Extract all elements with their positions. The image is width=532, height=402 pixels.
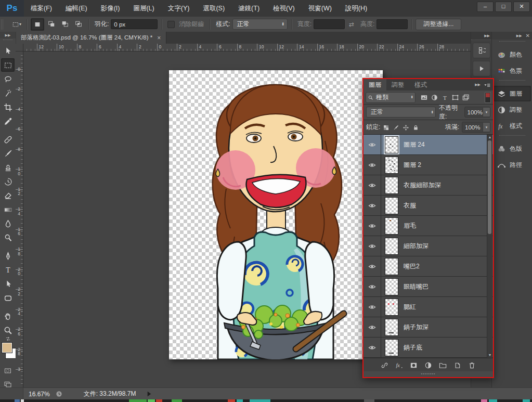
maximize-button[interactable]: □	[495, 2, 512, 12]
dock-button-圖層[interactable]: 圖層	[494, 86, 531, 101]
layer-row-圖層 2[interactable]: 圖層 2	[364, 155, 493, 175]
swap-dimensions-icon[interactable]: ⇄	[349, 21, 354, 28]
visibility-toggle[interactable]	[364, 135, 381, 154]
path-selection-tool[interactable]	[1, 277, 15, 291]
visibility-toggle[interactable]	[364, 216, 381, 236]
layer-thumbnail[interactable]	[385, 157, 398, 174]
filter-shape-button[interactable]	[450, 94, 460, 101]
actions-panel-button[interactable]	[473, 61, 490, 76]
fill-value[interactable]: 100% ▾	[462, 122, 490, 133]
swap-colors-icon[interactable]	[1, 335, 15, 342]
crop-tool[interactable]	[1, 100, 15, 114]
canvas-document[interactable]	[169, 70, 383, 359]
layer-row-鍋子加深[interactable]: 鍋子加深	[364, 317, 493, 338]
visibility-toggle[interactable]	[364, 236, 381, 256]
layer-thumbnail[interactable]	[385, 177, 398, 194]
filter-smart-button[interactable]	[460, 94, 471, 101]
document-tab[interactable]: 部落格測試-03.psd @ 16.7% (圖層 24, CMYK/8) * ×	[16, 32, 166, 44]
feather-input[interactable]: 0 px	[111, 19, 158, 29]
visibility-toggle[interactable]	[364, 317, 381, 337]
menu-item-6[interactable]: 濾鏡(T)	[231, 0, 266, 17]
dock-expand-icon[interactable]: ▶▶	[516, 34, 522, 38]
layer-thumbnail[interactable]	[385, 339, 398, 356]
tab-adjustments[interactable]: 調整	[386, 79, 409, 90]
panel-resize-grip[interactable]: ▪▪▪▪▪▪▪▪	[364, 371, 493, 376]
layer-row-眉毛[interactable]: 眉毛	[364, 216, 493, 236]
filter-pixel-button[interactable]	[419, 94, 429, 101]
pen-tool[interactable]	[1, 249, 15, 263]
add-layer-mask-button[interactable]	[410, 360, 418, 370]
lock-pixels-button[interactable]	[393, 123, 399, 131]
dock-button-色票[interactable]: 色票	[494, 63, 531, 79]
vertical-ruler[interactable]: 202468101214161820222426283	[16, 51, 23, 387]
menu-item-1[interactable]: 編輯(E)	[59, 0, 94, 17]
visibility-toggle[interactable]	[364, 175, 381, 195]
filter-type-button[interactable]: T	[439, 94, 450, 101]
lock-position-button[interactable]	[403, 123, 409, 131]
dock-button-調整[interactable]: 調整	[494, 102, 531, 118]
new-group-button[interactable]	[439, 360, 447, 370]
visibility-toggle[interactable]	[364, 277, 381, 296]
dock-close-icon[interactable]: ✕	[526, 33, 530, 38]
move-tool[interactable]	[1, 44, 15, 58]
layer-thumbnail[interactable]	[385, 238, 398, 255]
layer-row-衣服[interactable]: 衣服	[364, 196, 493, 216]
eyedropper-tool[interactable]	[1, 114, 15, 128]
menu-item-8[interactable]: 視窗(W)	[302, 0, 339, 17]
panel-menu-icon[interactable]	[484, 80, 491, 89]
type-tool[interactable]: T	[1, 263, 15, 277]
layer-row-嘴巴2[interactable]: 嘴巴2	[364, 256, 493, 277]
filter-kind-dropdown[interactable]: 種類 ⬍	[366, 92, 416, 103]
layer-row-眼睛嘴巴[interactable]: 眼睛嘴巴	[364, 277, 493, 297]
history-panel-button[interactable]	[473, 43, 490, 58]
lock-all-button[interactable]	[412, 123, 419, 131]
status-options-arrow[interactable]	[145, 390, 153, 398]
filter-adjust-button[interactable]	[429, 94, 439, 101]
toolbar-collapse-icon[interactable]: ▶▶	[0, 32, 16, 38]
layers-scrollbar[interactable]: ▲ ▼	[487, 135, 492, 358]
layer-thumbnail[interactable]	[385, 299, 398, 316]
new-selection-button[interactable]	[31, 18, 44, 31]
layer-thumbnail[interactable]	[385, 217, 398, 235]
layer-row-衣服細部加深[interactable]: 衣服細部加深	[364, 175, 493, 196]
dock-button-路徑[interactable]: 路徑	[494, 157, 531, 173]
layer-thumbnail[interactable]	[385, 258, 398, 275]
foreground-color-swatch[interactable]	[2, 343, 12, 353]
visibility-toggle[interactable]	[364, 297, 381, 317]
layer-row-圖層 24[interactable]: 圖層 24	[364, 135, 493, 155]
new-layer-button[interactable]	[453, 360, 461, 370]
zoom-level-field[interactable]: 16.67%	[23, 391, 55, 398]
minimize-button[interactable]: –	[477, 2, 494, 12]
tool-preset-dropdown[interactable]: ▾	[10, 19, 23, 30]
dock-button-顏色[interactable]: 顏色	[494, 47, 531, 62]
tab-close-icon[interactable]: ×	[157, 34, 161, 42]
menu-item-3[interactable]: 圖層(L)	[126, 0, 161, 17]
opacity-value[interactable]: 100% ▾	[464, 107, 490, 118]
dock-button-樣式[interactable]: fx樣式	[494, 118, 531, 134]
visibility-toggle[interactable]	[364, 196, 381, 215]
close-button[interactable]: ✕	[513, 2, 530, 12]
blend-mode-dropdown[interactable]: 正常 ⬍	[366, 107, 436, 118]
style-dropdown[interactable]: 正常⬍	[232, 19, 288, 30]
history-brush-tool[interactable]	[1, 175, 15, 188]
shape-tool[interactable]	[1, 291, 15, 305]
layer-filter-toggle[interactable]	[485, 92, 491, 103]
menu-item-9[interactable]: 說明(H)	[339, 0, 374, 17]
subtract-from-selection-button[interactable]	[59, 18, 71, 30]
blur-tool[interactable]	[1, 217, 15, 230]
scroll-down-icon[interactable]: ▼	[487, 353, 492, 358]
add-to-selection-button[interactable]	[45, 18, 58, 30]
tab-styles[interactable]: 樣式	[409, 79, 432, 90]
width-input[interactable]	[314, 19, 345, 29]
dodge-tool[interactable]	[1, 231, 15, 244]
link-layers-button[interactable]	[381, 360, 388, 370]
layer-thumbnail[interactable]	[385, 197, 398, 214]
layer-row-鍋子底[interactable]: 鍋子底	[364, 338, 493, 358]
horizontal-ruler[interactable]: 4121086420246810121416182022242628	[16, 44, 471, 51]
dock-collapse-icon[interactable]: ▶▶	[471, 32, 492, 40]
refine-edge-button[interactable]: 調整邊緣...	[416, 19, 461, 30]
new-adjustment-layer-button[interactable]	[424, 360, 432, 370]
dock-button-色版[interactable]: 色版	[494, 141, 531, 157]
menu-item-5[interactable]: 選取(S)	[196, 0, 231, 17]
layer-row-腮紅[interactable]: 腮紅	[364, 297, 493, 317]
